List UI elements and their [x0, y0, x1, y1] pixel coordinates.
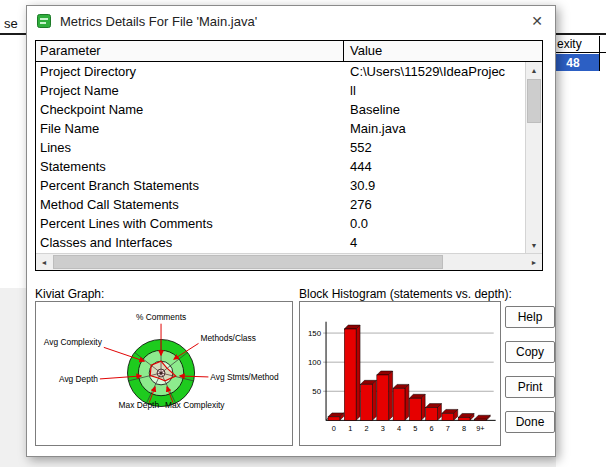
value-cell: 0.0	[344, 214, 525, 233]
kiviat-svg: % Comments Methods/Class Avg Stmts/Metho…	[36, 302, 292, 445]
kiviat-label-avg-complexity: Avg Complexity	[44, 337, 103, 347]
kiviat-label-methods-class: Methods/Class	[200, 333, 255, 343]
print-button[interactable]: Print	[505, 376, 555, 398]
x-tick-label: 6	[430, 424, 434, 433]
horizontal-scrollbar-thumb[interactable]	[53, 255, 443, 269]
x-tick-label: 8	[462, 424, 466, 433]
parameter-cell: Statements	[36, 157, 344, 176]
histogram-label: Block Histogram (statements vs. depth):	[299, 287, 512, 301]
parameter-cell: Checkpoint Name	[36, 100, 344, 119]
histogram-bar	[361, 380, 377, 420]
metrics-table: Parameter Value Project DirectoryC:\User…	[35, 40, 543, 271]
kiviat-graph: % Comments Methods/Class Avg Stmts/Metho…	[35, 301, 293, 446]
x-tick-label: 0	[332, 424, 336, 433]
parameter-cell: Percent Branch Statements	[36, 176, 344, 195]
table-row[interactable]: Percent Branch Statements30.9	[36, 176, 525, 195]
table-row[interactable]: Classes and Interfaces4	[36, 233, 525, 252]
vertical-scrollbar-thumb[interactable]	[527, 79, 541, 123]
table-row[interactable]: Lines552	[36, 138, 525, 157]
histogram-bar	[426, 404, 442, 421]
x-tick-label: 3	[381, 424, 385, 433]
scroll-up-icon[interactable]: ▲	[526, 62, 542, 78]
value-cell: 276	[344, 195, 525, 214]
parameter-cell: Project Directory	[36, 62, 344, 81]
histogram-bar	[377, 371, 393, 420]
x-tick-label: 9+	[476, 424, 484, 433]
histogram-bar	[458, 413, 474, 420]
value-cell: ll	[344, 81, 525, 100]
value-cell: Main.java	[344, 119, 525, 138]
histogram-bar	[442, 409, 458, 420]
dialog-titlebar[interactable]: Metrics Details For File 'Main.java' ✕	[27, 6, 555, 36]
x-tick-label: 7	[446, 424, 450, 433]
value-cell: 30.9	[344, 176, 525, 195]
x-tick-label: 5	[413, 424, 417, 433]
parameter-cell: Lines	[36, 138, 344, 157]
done-button[interactable]: Done	[505, 411, 555, 433]
scroll-down-icon[interactable]: ▼	[526, 237, 542, 253]
value-cell: 552	[344, 138, 525, 157]
value-cell: 4	[344, 233, 525, 252]
column-header-parameter[interactable]: Parameter	[36, 41, 344, 61]
histogram-bar	[409, 394, 425, 420]
background-bottom-panel	[0, 457, 556, 467]
vertical-scrollbar[interactable]: ▲ ▼	[525, 62, 542, 253]
scroll-left-icon[interactable]: ◄	[36, 254, 52, 270]
kiviat-label-avg-stmts: Avg Stmts/Method	[210, 372, 279, 382]
y-tick-label: 150	[308, 329, 322, 338]
parameter-cell: File Name	[36, 119, 344, 138]
table-row[interactable]: File NameMain.java	[36, 119, 525, 138]
histogram-svg: 501001500123456789+	[300, 302, 500, 445]
close-icon[interactable]: ✕	[531, 14, 543, 28]
copy-button[interactable]: Copy	[505, 341, 555, 363]
horizontal-scrollbar[interactable]: ◄ ►	[36, 253, 542, 270]
x-tick-label: 4	[397, 424, 401, 433]
metrics-details-dialog: Metrics Details For File 'Main.java' ✕ P…	[26, 5, 556, 457]
table-row[interactable]: Checkpoint NameBaseline	[36, 100, 525, 119]
histogram-bar	[344, 325, 360, 420]
metrics-app-icon	[37, 14, 51, 28]
background-partial-button[interactable]: se	[4, 16, 18, 31]
background-left-panel	[0, 288, 26, 467]
y-tick-label: 100	[308, 358, 322, 367]
table-row[interactable]: Method Call Statements276	[36, 195, 525, 214]
scroll-right-icon[interactable]: ►	[526, 254, 542, 270]
parameter-cell: Classes and Interfaces	[36, 233, 344, 252]
histogram-bar	[328, 413, 344, 420]
table-row[interactable]: Statements444	[36, 157, 525, 176]
parameter-cell: Project Name	[36, 81, 344, 100]
x-tick-label: 2	[364, 424, 368, 433]
kiviat-label-avg-depth: Avg Depth	[59, 374, 98, 384]
kiviat-label-comments: % Comments	[136, 312, 186, 322]
table-row[interactable]: Project DirectoryC:\Users\11529\IdeaProj…	[36, 62, 525, 81]
parameter-cell: Percent Lines with Comments	[36, 214, 344, 233]
column-header-value[interactable]: Value	[344, 41, 542, 61]
value-cell: C:\Users\11529\IdeaProjec	[344, 62, 525, 81]
x-tick-label: 1	[348, 424, 352, 433]
table-row[interactable]: Percent Lines with Comments0.0	[36, 214, 525, 233]
table-row[interactable]: Project Namell	[36, 81, 525, 100]
parameter-cell: Method Call Statements	[36, 195, 344, 214]
block-histogram: 501001500123456789+	[299, 301, 501, 446]
metrics-table-header: Parameter Value	[36, 41, 542, 62]
kiviat-label-max-depth: Max Depth	[119, 400, 160, 410]
kiviat-graph-label: Kiviat Graph:	[35, 287, 104, 301]
histogram-bar	[474, 415, 490, 420]
histogram-bar	[393, 384, 409, 420]
value-cell: Baseline	[344, 100, 525, 119]
y-tick-label: 50	[312, 387, 321, 396]
help-button[interactable]: Help	[505, 306, 555, 328]
background-column-header[interactable]: exity	[557, 37, 582, 51]
metrics-table-body: Project DirectoryC:\Users\11529\IdeaProj…	[36, 62, 525, 253]
kiviat-label-max-complexity: Max Complexity	[165, 400, 225, 410]
background-column-divider	[599, 36, 600, 71]
dialog-title: Metrics Details For File 'Main.java'	[60, 14, 257, 29]
value-cell: 444	[344, 157, 525, 176]
